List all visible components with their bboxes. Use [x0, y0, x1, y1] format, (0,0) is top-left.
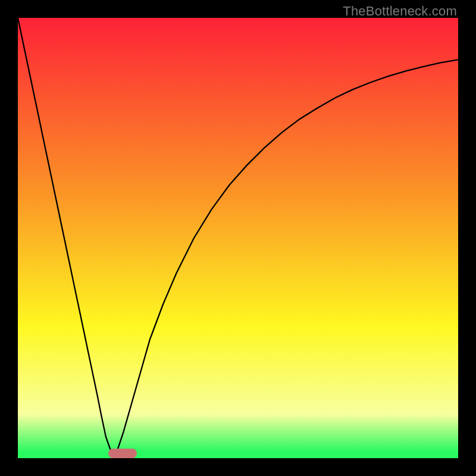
- plot-area: [18, 18, 458, 458]
- watermark-text: TheBottleneck.com: [343, 4, 457, 19]
- bottleneck-marker: [108, 449, 137, 458]
- left-branch-path: [18, 18, 115, 458]
- chart-frame: TheBottleneck.com: [0, 0, 476, 476]
- right-branch-path: [115, 60, 458, 458]
- curve-layer: [18, 18, 458, 458]
